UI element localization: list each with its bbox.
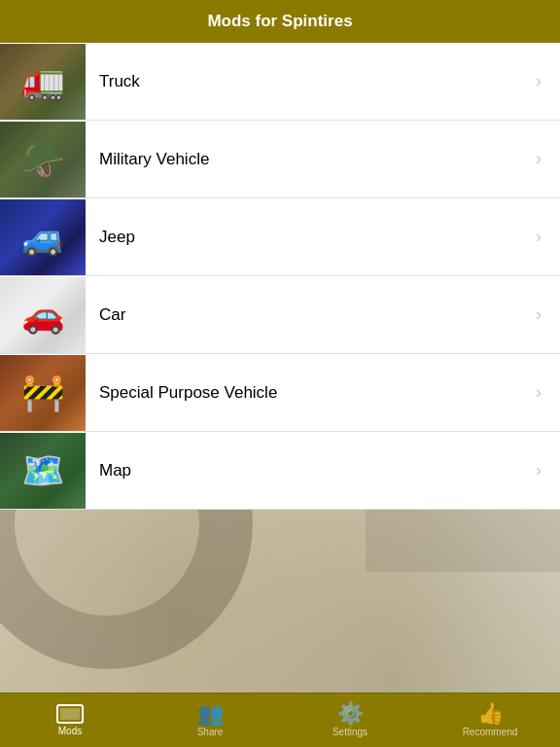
thumbnail-jeep — [0, 199, 86, 275]
chevron-truck: › — [527, 70, 550, 93]
mods-icon — [56, 704, 84, 724]
thumbnail-car — [0, 277, 86, 353]
item-label-jeep: Jeep — [86, 228, 527, 247]
app-header: Mods for Spintires — [0, 0, 560, 43]
tab-settings-label: Settings — [332, 727, 368, 737]
thumbnail-truck — [0, 44, 86, 120]
tab-recommend[interactable]: 👍 Recommend — [420, 694, 560, 747]
tab-mods-label: Mods — [58, 726, 82, 736]
settings-icon: ⚙️ — [337, 703, 364, 725]
chevron-map: › — [527, 459, 550, 482]
chevron-jeep: › — [527, 226, 550, 249]
thumbnail-special-purpose-vehicle — [0, 355, 86, 431]
list-item-car[interactable]: Car › — [0, 276, 560, 354]
item-label-special-purpose-vehicle: Special Purpose Vehicle — [86, 383, 527, 403]
tab-share[interactable]: 👥 Share — [140, 694, 280, 747]
thumbnail-military-vehicle — [0, 122, 86, 197]
share-icon: 👥 — [197, 703, 224, 725]
item-label-military-vehicle: Military Vehicle — [86, 150, 527, 169]
list-item-map[interactable]: Map › — [0, 432, 560, 510]
tab-bar: Mods 👥 Share ⚙️ Settings 👍 Recommend — [0, 693, 560, 747]
recommend-icon: 👍 — [477, 703, 504, 725]
item-label-truck: Truck — [86, 72, 527, 91]
item-label-car: Car — [86, 305, 527, 325]
chevron-car: › — [527, 303, 550, 327]
chevron-military-vehicle: › — [527, 148, 550, 171]
item-label-map: Map — [86, 461, 527, 480]
list-item-jeep[interactable]: Jeep › — [0, 198, 560, 276]
tab-settings[interactable]: ⚙️ Settings — [280, 694, 420, 747]
list-item-truck[interactable]: Truck › — [0, 43, 560, 121]
header-title: Mods for Spintires — [207, 12, 352, 31]
thumbnail-map — [0, 433, 86, 509]
list-item-special-purpose-vehicle[interactable]: Special Purpose Vehicle › — [0, 354, 560, 432]
list-item-military-vehicle[interactable]: Military Vehicle › — [0, 121, 560, 198]
chevron-special-purpose-vehicle: › — [527, 381, 550, 405]
tab-recommend-label: Recommend — [463, 727, 518, 737]
tab-mods[interactable]: Mods — [0, 694, 140, 747]
category-list: Truck › Military Vehicle › Jeep › Car › … — [0, 43, 560, 510]
tab-share-label: Share — [197, 727, 224, 737]
